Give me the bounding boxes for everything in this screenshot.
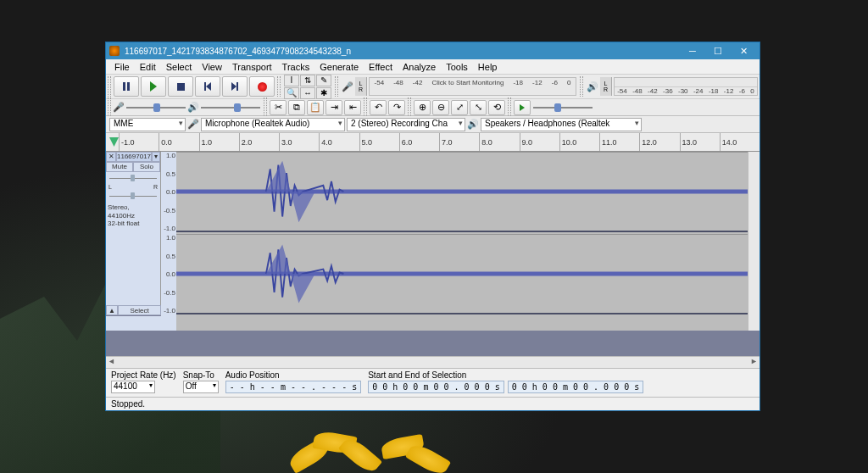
playback-device-dropdown[interactable]: Speakers / Headphones (Realtek bbox=[481, 118, 642, 131]
ruler-tick: 8.0 bbox=[479, 133, 519, 152]
toolbar-grip[interactable] bbox=[108, 97, 111, 118]
selection-tool-icon[interactable]: I bbox=[284, 75, 299, 86]
selection-end-field[interactable]: 0 0 h 0 0 m 0 0 . 0 0 0 s bbox=[508, 381, 644, 393]
trim-icon[interactable]: ⇥ bbox=[326, 100, 342, 115]
recording-meter[interactable]: -54 -48 -42 Click to Start Monitoring -1… bbox=[369, 77, 576, 96]
audio-position-field[interactable]: - - h - - m - - . - - - s bbox=[225, 381, 362, 393]
toolbar-grip[interactable] bbox=[580, 76, 583, 97]
maximize-button[interactable]: ☐ bbox=[705, 42, 731, 59]
track-collapse-button[interactable]: ▲ bbox=[106, 305, 118, 315]
playhead-icon[interactable] bbox=[109, 137, 119, 147]
menu-tools[interactable]: Tools bbox=[441, 62, 473, 72]
gain-slider[interactable] bbox=[109, 174, 157, 182]
track-select-button[interactable]: Select bbox=[118, 305, 161, 315]
meter-tick: -18 bbox=[709, 87, 719, 95]
waveform-display[interactable] bbox=[176, 152, 748, 331]
menu-help[interactable]: Help bbox=[473, 62, 503, 72]
playback-meter[interactable]: -54 -48 -42 -36 -30 -24 -18 -12 -6 0 bbox=[614, 77, 758, 96]
playback-speed-slider[interactable] bbox=[533, 102, 593, 114]
toolbar-grip[interactable] bbox=[277, 76, 281, 97]
ruler-tick: 9.0 bbox=[520, 133, 559, 152]
fit-project-icon[interactable]: ⤡ bbox=[470, 100, 487, 115]
zoom-toggle-icon[interactable]: ⟲ bbox=[488, 100, 505, 115]
project-rate-label: Project Rate (Hz) bbox=[111, 370, 176, 380]
project-rate-dropdown[interactable]: 44100 bbox=[111, 381, 155, 393]
track-name-dropdown[interactable]: 116697017_ bbox=[116, 152, 152, 162]
track-menu-button[interactable]: ▾ bbox=[152, 152, 160, 162]
toolbar-grip[interactable] bbox=[508, 97, 511, 118]
silence-icon[interactable]: ⇤ bbox=[344, 100, 361, 115]
menu-tracks[interactable]: Tracks bbox=[277, 62, 315, 72]
zoom-out-icon[interactable]: ⊖ bbox=[432, 100, 449, 115]
toolbar-grip[interactable] bbox=[335, 76, 338, 97]
recording-volume-slider[interactable] bbox=[126, 102, 186, 114]
snap-to-dropdown[interactable]: Off bbox=[183, 381, 219, 393]
cut-icon[interactable]: ✂ bbox=[270, 100, 287, 115]
menu-generate[interactable]: Generate bbox=[314, 62, 364, 72]
mic-icon[interactable]: 🎤 bbox=[342, 81, 353, 92]
track-control-panel[interactable]: ✕ 116697017_ ▾ Mute Solo L R Stereo, 441… bbox=[106, 152, 161, 316]
menu-edit[interactable]: Edit bbox=[135, 62, 161, 72]
record-button[interactable] bbox=[249, 76, 275, 97]
ruler-tick: 13.0 bbox=[680, 133, 720, 152]
zoom-tool-icon[interactable]: 🔍 bbox=[284, 87, 299, 99]
meter-hint: Click to Start Monitoring bbox=[431, 79, 504, 86]
redo-icon[interactable]: ↷ bbox=[388, 100, 405, 115]
close-button[interactable]: ✕ bbox=[731, 42, 756, 59]
minimize-button[interactable]: ─ bbox=[680, 42, 705, 59]
skip-start-button[interactable] bbox=[195, 76, 220, 97]
recording-channels-dropdown[interactable]: 2 (Stereo) Recording Cha bbox=[347, 118, 465, 131]
vertical-scrollbar[interactable] bbox=[748, 152, 760, 331]
toolbar-grip[interactable] bbox=[264, 97, 267, 118]
ruler-tick: 5.0 bbox=[359, 133, 399, 152]
selection-start-field[interactable]: 0 0 h 0 0 m 0 0 . 0 0 0 s bbox=[368, 381, 504, 393]
recording-device-dropdown[interactable]: Microphone (Realtek Audio) bbox=[201, 118, 345, 131]
amp-label: 0.0 bbox=[161, 270, 175, 278]
envelope-tool-icon[interactable]: ⇅ bbox=[300, 75, 315, 86]
speaker-icon[interactable]: 🔊 bbox=[587, 81, 598, 92]
toolbar-grip[interactable] bbox=[108, 76, 111, 97]
mic-icon: 🎤 bbox=[187, 119, 199, 130]
mute-button[interactable]: Mute bbox=[106, 162, 133, 172]
menu-transport[interactable]: Transport bbox=[227, 62, 277, 72]
timeline-ruler[interactable]: -1.0 0.0 1.0 2.0 3.0 4.0 5.0 6.0 7.0 8.0… bbox=[106, 133, 760, 152]
playback-volume-slider[interactable] bbox=[201, 102, 260, 114]
pan-r-label: R bbox=[153, 184, 158, 190]
meter-tick: -6 bbox=[739, 87, 745, 95]
audio-host-dropdown[interactable]: MME bbox=[109, 118, 186, 131]
multi-tool-icon[interactable]: ✱ bbox=[316, 87, 331, 99]
ruler-tick: -1.0 bbox=[119, 133, 159, 152]
pan-l-label: L bbox=[108, 184, 112, 190]
toolbar-grip[interactable] bbox=[364, 97, 367, 118]
copy-icon[interactable]: ⧉ bbox=[288, 100, 305, 115]
zoom-in-icon[interactable]: ⊕ bbox=[414, 100, 431, 115]
empty-track-area[interactable] bbox=[106, 331, 760, 356]
titlebar[interactable]: 116697017_1421793834876702_4693477908234… bbox=[106, 42, 760, 59]
pan-slider[interactable] bbox=[109, 192, 157, 200]
selection-mode-label[interactable]: Start and End of Selection bbox=[368, 370, 643, 380]
timeshift-tool-icon[interactable]: ↔ bbox=[300, 87, 315, 99]
waveform-right-icon bbox=[176, 235, 748, 313]
menu-effect[interactable]: Effect bbox=[364, 62, 398, 72]
play-button[interactable] bbox=[141, 76, 166, 97]
menu-view[interactable]: View bbox=[197, 62, 227, 72]
play-at-speed-button[interactable] bbox=[514, 100, 531, 115]
skip-end-button[interactable] bbox=[222, 76, 248, 97]
horizontal-scrollbar[interactable] bbox=[106, 356, 760, 368]
selection-toolbar: Project Rate (Hz) 44100 Snap-To Off Audi… bbox=[106, 368, 760, 397]
pause-button[interactable] bbox=[114, 76, 139, 97]
menu-select[interactable]: Select bbox=[161, 62, 198, 72]
menu-file[interactable]: File bbox=[109, 62, 135, 72]
meter-tick: -48 bbox=[632, 87, 643, 95]
stop-button[interactable] bbox=[168, 76, 193, 97]
menu-analyze[interactable]: Analyze bbox=[398, 62, 441, 72]
fit-selection-icon[interactable]: ⤢ bbox=[451, 100, 468, 115]
solo-button[interactable]: Solo bbox=[133, 162, 160, 172]
undo-icon[interactable]: ↶ bbox=[370, 100, 387, 115]
status-text: Stopped. bbox=[111, 399, 145, 409]
track-close-button[interactable]: ✕ bbox=[106, 152, 116, 162]
audacity-window: 116697017_1421793834876702_4693477908234… bbox=[105, 42, 760, 411]
paste-icon[interactable]: 📋 bbox=[307, 100, 324, 115]
draw-tool-icon[interactable]: ✎ bbox=[316, 75, 331, 86]
toolbar-grip[interactable] bbox=[408, 97, 411, 118]
